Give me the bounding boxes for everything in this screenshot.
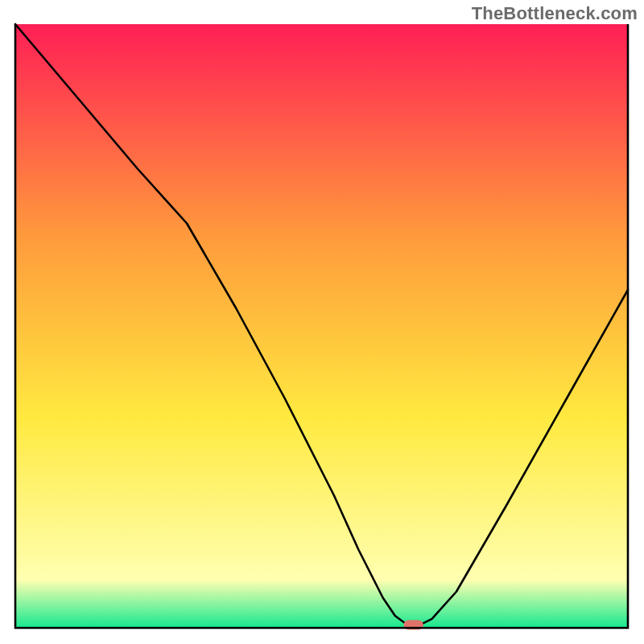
bottleneck-chart (0, 0, 644, 644)
chart-container: TheBottleneck.com (0, 0, 644, 644)
plot-background (15, 24, 628, 628)
watermark-label: TheBottleneck.com (472, 3, 638, 24)
